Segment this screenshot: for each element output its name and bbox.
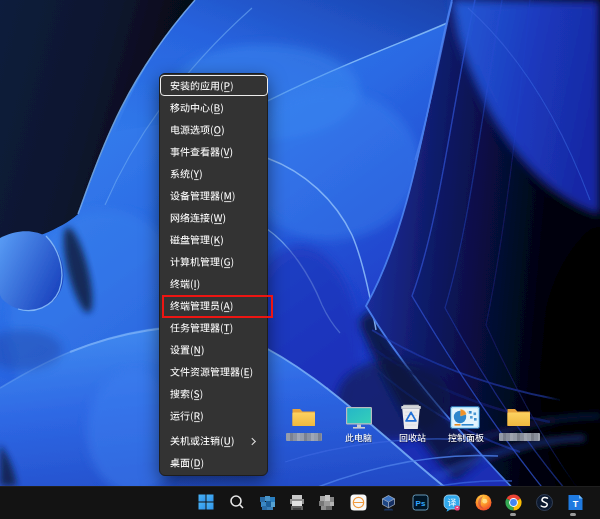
svg-text:Ps: Ps xyxy=(415,499,425,508)
svg-text:T: T xyxy=(572,499,578,509)
